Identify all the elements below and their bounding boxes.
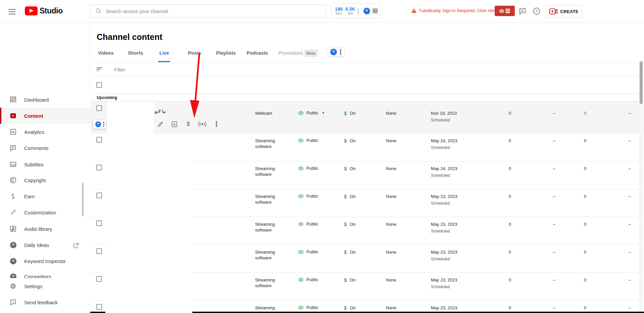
vidiq-subs-stat: 6.5K 48h	[345, 7, 355, 15]
row-checkbox[interactable]	[96, 220, 102, 226]
tubebuddy-warning[interactable]: TubeBuddy Sign-in Required, Click Here	[411, 8, 497, 13]
tab-live[interactable]: Live	[159, 50, 169, 56]
sidebar-item-content[interactable]: Content	[0, 108, 90, 124]
restrictions-cell: None	[386, 138, 396, 143]
subtitles-icon	[9, 160, 17, 168]
help-icon[interactable]: ?	[533, 7, 541, 15]
visibility-cell[interactable]: Public	[298, 305, 318, 310]
row-checkbox[interactable]	[96, 105, 102, 111]
analytics-icon[interactable]	[167, 120, 181, 128]
sidebar-item-audio-library[interactable]: Audio library	[0, 221, 90, 237]
studio-logo[interactable]: Studio	[25, 6, 63, 15]
monetization-cell[interactable]: $On	[344, 249, 356, 255]
menu-icon[interactable]	[8, 7, 16, 15]
comments-cell: 0	[553, 305, 586, 310]
vidiq-tab-pill[interactable]	[327, 47, 345, 57]
dollar-icon: $	[344, 277, 347, 283]
monetization-dollar-icon[interactable]: $	[181, 120, 195, 128]
monetization-cell[interactable]: $On	[344, 138, 356, 144]
sidebar-item-copyright[interactable]: Copyright	[0, 172, 90, 188]
select-all-checkbox[interactable]	[96, 82, 102, 88]
vidiq-chart-icon[interactable]	[358, 8, 358, 14]
vidiq-logo-icon	[95, 121, 101, 127]
visibility-cell[interactable]: Public	[298, 194, 318, 199]
monetization-cell[interactable]: $On	[344, 305, 356, 311]
tab-shorts[interactable]: Shorts	[128, 50, 143, 56]
monetization-cell[interactable]: $On	[344, 110, 356, 116]
tab-podcasts[interactable]: Podcasts	[247, 50, 268, 56]
row-checkbox[interactable]	[96, 248, 102, 254]
filter-icon[interactable]	[97, 67, 102, 72]
date-cell: Nov 19, 2023	[431, 111, 457, 116]
edit-pencil-icon[interactable]	[153, 120, 167, 128]
visibility-cell[interactable]: Public	[298, 166, 318, 171]
row-checkbox[interactable]	[96, 137, 102, 143]
visibility-cell[interactable]: Public	[298, 277, 318, 282]
sidebar-item-analytics[interactable]: Analytics	[0, 124, 90, 140]
comments-icon	[9, 144, 17, 152]
studio-logo-label: Studio	[40, 6, 63, 15]
visibility-cell[interactable]: Public	[298, 221, 318, 226]
create-button[interactable]: CREATE	[546, 5, 582, 18]
visibility-cell[interactable]: Public	[298, 249, 318, 254]
sidebar-item-customization[interactable]: Customization	[0, 204, 90, 220]
tab-promotions[interactable]: Promotions	[279, 50, 303, 56]
sidebar-item-send-feedback[interactable]: Send feedback	[0, 294, 90, 310]
monetization-cell[interactable]: $On	[344, 221, 356, 227]
vidiq-row-pill[interactable]	[93, 120, 106, 129]
sidebar-item-label: Copyright	[24, 177, 46, 183]
type-cell: Webcam	[255, 111, 272, 116]
row-checkbox[interactable]	[96, 276, 102, 282]
page-scrollbar-thumb[interactable]	[640, 61, 643, 104]
sidebar-item-daily-ideas[interactable]: Daily Ideas	[0, 237, 90, 253]
sidebar-item-subtitles[interactable]: Subtitles	[0, 156, 90, 172]
sidebar-item-dashboard[interactable]: Dashboard	[0, 92, 90, 108]
restrictions-cell: None	[386, 277, 396, 282]
feedback-icon[interactable]	[518, 7, 527, 15]
tab-videos[interactable]: Videos	[98, 50, 114, 56]
search-input[interactable]: Search across your channel	[90, 4, 326, 18]
comments-cell[interactable]: 0	[553, 111, 586, 116]
filter-input[interactable]: Filter	[114, 67, 125, 72]
video-thumbnail-placeholder[interactable]	[107, 102, 154, 134]
tab-posts[interactable]: Posts	[188, 50, 201, 56]
sidebar-item-comments[interactable]: Comments	[0, 140, 90, 156]
table-row[interactable]: بيا لايوWebcamPublic▼$OnNoneNov 19, 2023…	[90, 101, 644, 134]
vidiq-logo-icon[interactable]	[363, 7, 370, 15]
sidebar-item-settings[interactable]: Settings	[0, 278, 90, 294]
tab-playlists[interactable]: Playlists	[216, 50, 236, 56]
sidebar-item-label: Comments	[24, 145, 49, 151]
vidiq-stats-widget[interactable]: 186 60m 6.5K 48h	[331, 3, 380, 18]
likes-cell: –	[597, 111, 631, 116]
dollar-icon: $	[344, 166, 347, 171]
more-options-icon[interactable]	[103, 121, 104, 128]
tubebuddy-button[interactable]: tb	[495, 6, 515, 16]
more-options-icon[interactable]	[209, 120, 224, 128]
restrictions-cell: None	[386, 250, 396, 255]
dollar-icon: $	[344, 110, 347, 116]
type-cell: Streaming	[255, 250, 275, 255]
views-cell: 0	[478, 194, 511, 199]
row-checkbox[interactable]	[96, 165, 102, 170]
live-broadcast-icon[interactable]	[195, 120, 209, 128]
row-checkbox[interactable]	[96, 193, 102, 198]
row-checkbox[interactable]	[96, 304, 102, 310]
monetization-cell[interactable]: $On	[344, 194, 356, 199]
sidebar-scrollbar[interactable]	[82, 183, 84, 216]
monetization-cell[interactable]: $On	[344, 277, 356, 283]
visibility-cell[interactable]: Public	[298, 138, 318, 143]
date-cell: May 23, 2023	[431, 250, 457, 255]
chevron-down-icon[interactable]: ▼	[321, 111, 325, 115]
svg-text:?: ?	[536, 9, 538, 14]
tubebuddy-warning-text[interactable]: TubeBuddy Sign-in Required, Click Here	[419, 8, 497, 13]
sidebar-item-keyword-inspector[interactable]: Keyword Inspector	[0, 253, 90, 269]
dollar-icon: $	[344, 138, 347, 144]
more-options-icon[interactable]	[340, 49, 341, 56]
vidiq-menu-icon[interactable]	[373, 8, 378, 14]
public-eye-icon	[298, 166, 304, 171]
monetization-cell[interactable]: $On	[344, 166, 356, 171]
stream-title[interactable]: بيا لايو	[155, 109, 166, 114]
date-cell: May 23, 2023	[431, 222, 457, 227]
visibility-cell[interactable]: Public▼	[298, 110, 325, 115]
sidebar-item-earn[interactable]: Earn	[0, 188, 90, 204]
